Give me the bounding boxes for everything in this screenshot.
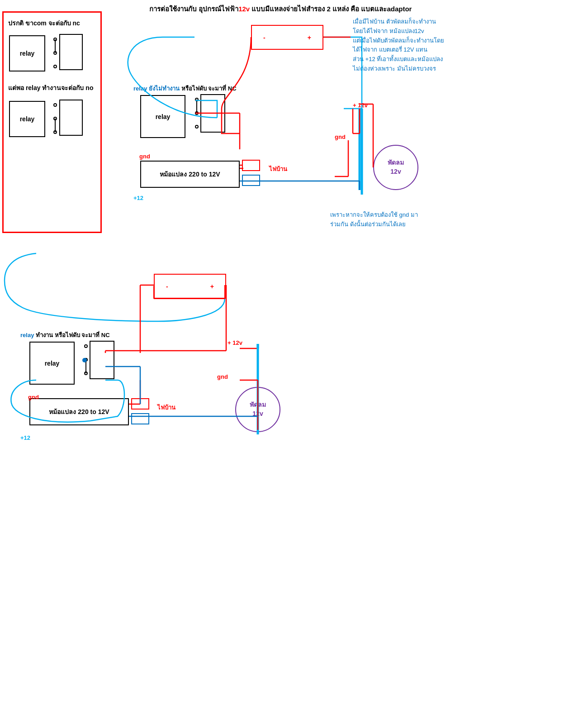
- connector-red-2: [131, 398, 149, 410]
- note-label-1: เพราะหากจะให้ครบต้องใช้ gnd มา ร่วมกัน ด…: [330, 210, 418, 229]
- relay-box-d1: relay: [140, 95, 185, 138]
- relay-label-d2: relay: [45, 360, 60, 367]
- connector-red-1: [242, 160, 260, 171]
- switch-line-d1: [191, 96, 201, 119]
- plus12v-label-2: + 12v: [228, 339, 242, 346]
- transformer-label-1: หม้อแปลง 220 to 12V: [160, 169, 220, 179]
- relay-box-d2: relay: [29, 342, 75, 385]
- gnd-red-label-1: gnd: [139, 153, 150, 160]
- relay-box-1: relay: [9, 35, 45, 71]
- relay-label-1: relay: [20, 50, 35, 57]
- plus12-blue-label-2: +12: [20, 434, 30, 441]
- minus-label-1: -: [263, 34, 266, 41]
- plus12v-label-1: + 12v: [353, 102, 368, 109]
- contact-box-2: [59, 100, 83, 136]
- minus-label-2: -: [166, 283, 168, 290]
- connector-group-2: [131, 396, 156, 429]
- transformer-box-2: หม้อแปลง 220 to 12V: [29, 398, 129, 425]
- fan-circle-2: พัดลม 12v: [235, 387, 280, 432]
- relay-box-2: relay: [9, 101, 45, 137]
- relay-state-label-1: relay ยังไม่ทำงาน หรือไฟดับ จะมาที่ NC: [133, 84, 237, 93]
- battery-box-2: - +: [154, 274, 226, 299]
- switch-line-2: [51, 103, 60, 135]
- battery-box-1: - +: [251, 25, 323, 50]
- plus-label-2: +: [210, 283, 214, 290]
- gnd-label-1: gnd: [335, 133, 346, 140]
- description-text: เมื่อมีไฟบ้าน ตัวพัดลมก็จะทำงาน โดยได้ไฟ…: [353, 17, 470, 74]
- active-dot-d2: [82, 358, 87, 362]
- fan-circle-1: พัดลม 12v: [373, 145, 418, 190]
- plus-label-1: +: [308, 34, 311, 41]
- relay-label-d1: relay: [156, 113, 171, 120]
- connector-group-1: [242, 157, 267, 190]
- gnd-red-label-2: gnd: [28, 394, 39, 400]
- faibaan-label-1: ไฟบ้าน: [269, 164, 287, 174]
- transformer-label-2: หม้อแปลง 220 to 12V: [49, 407, 109, 417]
- page-title: การต่อใช้งานกับ อุปกรณ์ไฟฟ้า12v แบบมีแหล…: [149, 4, 412, 14]
- faibaan-label-2: ไฟบ้าน: [157, 403, 175, 412]
- normal-state-label: ปรกติ ขาcom จะต่อกับ nc: [8, 18, 80, 28]
- gnd-label-2: gnd: [217, 373, 228, 380]
- active-state-label: แต่พอ relay ทำงานจะต่อกับ no: [8, 83, 93, 93]
- fan-label-1: พัดลม 12v: [388, 158, 404, 176]
- contact-box-d2: [90, 341, 114, 379]
- plus12-blue-label-1: +12: [133, 195, 143, 201]
- fan-label-2: พัดลม 12v: [250, 400, 266, 418]
- red-box: ปรกติ ขาcom จะต่อกับ nc relay nc com no: [2, 11, 102, 233]
- relay-state-label-2: relay ทำงาน หรือไฟดับ จะมาที่ NC: [20, 330, 110, 340]
- dot-no-1: [53, 65, 57, 68]
- transformer-box-1: หม้อแปลง 220 to 12V: [140, 161, 240, 188]
- contact-box-1: [59, 34, 83, 70]
- connector-blue-1: [242, 175, 260, 186]
- switch-line-1: [51, 38, 60, 56]
- contact-box-d1: [200, 94, 225, 133]
- dot-no-d1: [195, 125, 199, 129]
- connector-blue-2: [131, 413, 149, 424]
- page-container: การต่อใช้งานกับ อุปกรณ์ไฟฟ้า12v แบบมีแหล…: [0, 0, 588, 724]
- relay-label-2: relay: [20, 115, 35, 123]
